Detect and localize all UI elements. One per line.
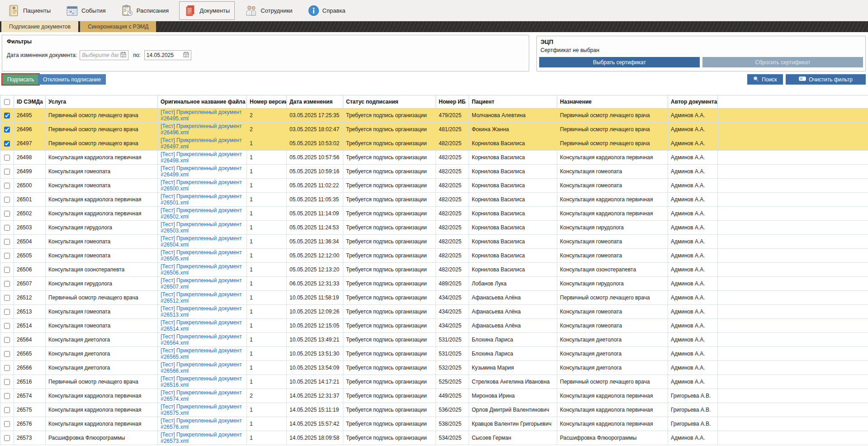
file-link[interactable]: [Тест] Прикрепленный документ #26504.xml [161,235,242,248]
cell-author: Админов А.А. [668,249,718,263]
calendar-icon[interactable]: 17 [183,52,189,59]
tab-remd-sync[interactable]: Синхронизация с РЭМД [80,21,156,32]
row-checkbox[interactable] [4,127,10,133]
file-link[interactable]: [Тест] Прикрепленный документ #26513.xml [161,305,242,318]
row-checkbox-cell [0,403,14,417]
row-checkbox[interactable] [4,155,10,161]
cell-filename: [Тест] Прикрепленный документ #26496.xml [158,123,247,137]
cell-author: Григорьева А.В. [668,389,718,403]
file-link[interactable]: [Тест] Прикрепленный документ #26496.xml [161,123,242,136]
cell-version: 1 [247,235,287,249]
search-button[interactable]: Поиск [747,74,783,85]
file-link[interactable]: [Тест] Прикрепленный документ #26495.xml [161,109,242,122]
cell-signing-status: Требуется подпись организации [343,207,436,221]
row-checkbox[interactable] [4,407,10,413]
file-link[interactable]: [Тест] Прикрепленный документ #26500.xml [161,179,242,192]
reset-certificate-button[interactable]: Сбросить сертификат [702,57,863,67]
file-link[interactable]: [Тест] Прикрепленный документ #26565.xml [161,347,242,360]
column-header-version[interactable]: Номер версии [247,95,287,109]
calendar-icon[interactable]: 17 [120,52,126,59]
row-checkbox[interactable] [4,113,10,119]
cell-filler [718,305,868,319]
file-link[interactable]: [Тест] Прикрепленный документ #26501.xml [161,193,242,206]
nav-documents-label: Документы [199,7,230,14]
cell-version: 1 [247,347,287,361]
select-certificate-button[interactable]: Выбрать сертификат [539,57,700,67]
row-checkbox[interactable] [4,365,10,371]
nav-help[interactable]: Справка [303,1,351,20]
cell-signing-status: Требуется подпись организации [343,235,436,249]
file-link[interactable]: [Тест] Прикрепленный документ #26506.xml [161,263,242,276]
file-link[interactable]: [Тест] Прикрепленный документ #26503.xml [161,221,242,234]
row-checkbox[interactable] [4,435,10,441]
row-checkbox[interactable] [4,267,10,273]
select-all-checkbox[interactable] [4,99,10,105]
date-to-input[interactable] [147,51,182,59]
column-header-service[interactable]: Услуга [46,95,158,109]
column-header-status[interactable]: Статус подписания [343,95,436,109]
column-header-patient[interactable]: Пациент [469,95,557,109]
cell-modified-date: 05.05.2025 10:59:16 [287,165,343,179]
decline-signing-button[interactable]: Отклонить подписание [38,74,106,85]
column-header-purpose[interactable]: Назначение [557,95,668,109]
column-header-date[interactable]: Дата изменения [287,95,343,109]
column-header-id[interactable]: ID СЭМДа [14,95,46,109]
row-checkbox[interactable] [4,211,10,217]
row-checkbox[interactable] [4,351,10,357]
row-checkbox[interactable] [4,225,10,231]
file-link[interactable]: [Тест] Прикрепленный документ #26499.xml [161,165,242,178]
cell-signing-status: Требуется подпись организации [343,417,436,431]
date-from-input[interactable] [82,51,119,59]
row-checkbox[interactable] [4,169,10,175]
tab-document-signing[interactable]: Подписание документов [1,21,78,32]
cell-filename: [Тест] Прикрепленный документ #26573.xml [158,431,247,445]
sign-button[interactable]: Подписать [1,73,40,85]
file-link[interactable]: [Тест] Прикрепленный документ #26497.xml [161,137,242,150]
cell-patient: Сысоев Герман [469,431,557,445]
file-link[interactable]: [Тест] Прикрепленный документ #26575.xml [161,403,242,416]
cell-modified-date: 06.05.2025 12:31:33 [287,277,343,291]
row-checkbox-cell [0,123,14,137]
file-link[interactable]: [Тест] Прикрепленный документ #26516.xml [161,375,242,388]
file-link[interactable]: [Тест] Прикрепленный документ #26507.xml [161,277,242,290]
file-link[interactable]: [Тест] Прикрепленный документ #26502.xml [161,207,242,220]
row-checkbox[interactable] [4,253,10,259]
row-checkbox[interactable] [4,239,10,245]
file-link[interactable]: [Тест] Прикрепленный документ #26512.xml [161,291,242,304]
nav-events[interactable]: События [61,1,111,20]
row-checkbox[interactable] [4,309,10,315]
file-link[interactable]: [Тест] Прикрепленный документ #26576.xml [161,418,242,430]
row-checkbox[interactable] [4,295,10,301]
column-header-author[interactable]: Автор документа [668,95,718,109]
nav-patients[interactable]: Пациенты [3,1,56,20]
top-toolbar: Пациенты События Расписания Документы Со… [0,0,868,21]
row-checkbox[interactable] [4,323,10,329]
file-link[interactable]: [Тест] Прикрепленный документ #26498.xml [161,151,242,164]
row-checkbox[interactable] [4,281,10,287]
clear-filter-button[interactable]: Очистить фильтр [786,74,866,85]
cell-purpose: Консультация гомеопата [557,165,668,179]
cell-semd-id: 26495 [14,109,46,123]
row-checkbox[interactable] [4,337,10,343]
file-link[interactable]: [Тест] Прикрепленный документ #26514.xml [161,319,242,332]
cell-service: Первичный осмотр лечащего врача [46,291,158,305]
row-checkbox[interactable] [4,421,10,427]
column-header-filename[interactable]: Оригинальное название файла [158,95,247,109]
nav-documents[interactable]: Документы [179,1,235,20]
row-checkbox[interactable] [4,183,10,189]
nav-schedules[interactable]: Расписания [116,1,174,20]
row-checkbox[interactable] [4,379,10,385]
cell-service: Консультация гомеопата [46,165,158,179]
row-checkbox[interactable] [4,393,10,399]
table-row: 26575 Консультация кардиолога первичная … [0,403,868,417]
row-checkbox[interactable] [4,197,10,203]
file-link[interactable]: [Тест] Прикрепленный документ #26573.xml [161,432,242,444]
row-checkbox[interactable] [4,141,10,147]
file-link[interactable]: [Тест] Прикрепленный документ #26574.xml [161,389,242,402]
file-link[interactable]: [Тест] Прикрепленный документ #26564.xml [161,333,242,346]
column-header-case[interactable]: Номер ИБ [436,95,469,109]
nav-employees[interactable]: Сотрудники [240,1,297,20]
nav-schedules-label: Расписания [137,7,169,14]
file-link[interactable]: [Тест] Прикрепленный документ #26505.xml [161,249,242,262]
file-link[interactable]: [Тест] Прикрепленный документ #26566.xml [161,361,242,374]
